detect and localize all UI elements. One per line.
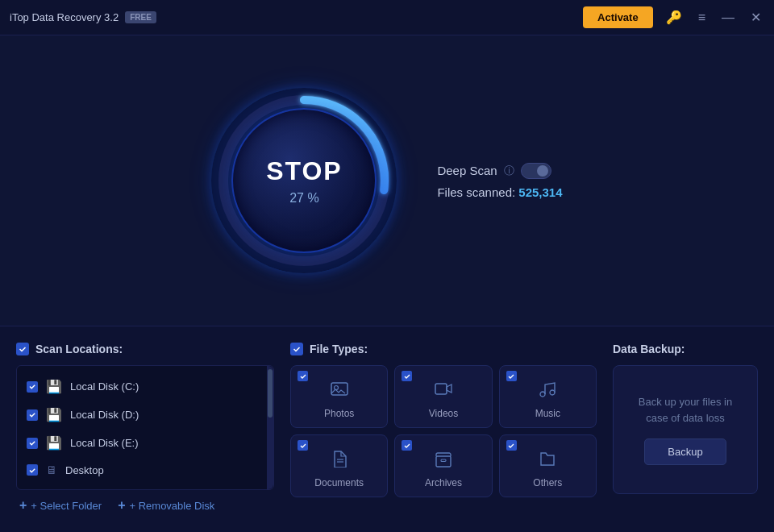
- bottom-panel: Scan Locations: 💾 Local Disk (C:): [0, 326, 774, 532]
- scan-locations-panel: Scan Locations: 💾 Local Disk (C:): [16, 343, 274, 532]
- monitor-icon: 🖥: [46, 463, 57, 476]
- svg-point-6: [540, 392, 545, 397]
- location-item-desktop[interactable]: 🖥 Desktop: [17, 457, 273, 483]
- file-types-panel: File Types: Photos: [290, 343, 597, 532]
- removable-disk-label: + Removable Disk: [129, 500, 214, 512]
- file-type-documents[interactable]: Documents: [290, 434, 388, 497]
- videos-icon: [434, 380, 453, 403]
- scroll-thumb: [268, 369, 273, 418]
- file-type-photos[interactable]: Photos: [290, 365, 388, 428]
- data-backup-title: Data Backup:: [613, 343, 685, 355]
- disk-icon-e: 💾: [46, 435, 62, 451]
- file-type-music[interactable]: Music: [499, 365, 597, 428]
- location-label-d: Local Disk (D:): [70, 409, 139, 421]
- others-label: Others: [533, 477, 562, 488]
- files-scanned-row: Files scanned: 525,314: [437, 185, 562, 199]
- backup-description: Back up your files in case of data loss: [626, 394, 744, 426]
- titlebar-right: Activate 🔑 ≡ — ✕: [583, 6, 764, 28]
- locations-list: 💾 Local Disk (C:) 💾 Local Disk (D:) 💾 L: [16, 365, 274, 490]
- files-count: 525,314: [518, 185, 562, 199]
- documents-icon: [330, 450, 349, 472]
- activate-button[interactable]: Activate: [583, 6, 653, 28]
- archives-checkbox[interactable]: [402, 440, 412, 451]
- file-type-others[interactable]: Others: [499, 434, 597, 497]
- videos-label: Videos: [429, 408, 458, 419]
- circle-inner: STOP 27 %: [231, 108, 377, 253]
- select-folder-plus-icon: +: [19, 498, 27, 513]
- music-checkbox[interactable]: [506, 371, 517, 381]
- svg-rect-11: [441, 459, 446, 462]
- minimize-icon[interactable]: —: [718, 7, 738, 28]
- location-item-d[interactable]: 💾 Local Disk (D:): [17, 401, 273, 429]
- titlebar-left: iTop Data Recovery 3.2 FREE: [10, 11, 156, 23]
- info-icon[interactable]: ⓘ: [504, 164, 514, 178]
- file-type-videos[interactable]: Videos: [394, 365, 492, 428]
- location-d-checkbox[interactable]: [27, 409, 38, 421]
- svg-point-4: [334, 386, 338, 390]
- select-folder-label: + Select Folder: [31, 500, 102, 512]
- photos-checkbox[interactable]: [298, 371, 308, 381]
- file-types-title: File Types:: [310, 343, 368, 355]
- scan-info: Deep Scan ⓘ Files scanned: 525,314: [437, 163, 562, 199]
- location-label-c: Local Disk (C:): [70, 380, 139, 393]
- disk-icon-c: 💾: [46, 379, 62, 394]
- svg-point-7: [550, 390, 555, 395]
- others-icon: [538, 450, 557, 472]
- backup-card: Back up your files in case of data loss …: [613, 365, 758, 494]
- others-checkbox[interactable]: [506, 440, 517, 451]
- files-scanned-label: Files scanned:: [437, 185, 515, 199]
- data-backup-panel: Data Backup: Back up your files in case …: [613, 343, 758, 532]
- disk-icon-d: 💾: [46, 407, 62, 422]
- key-icon[interactable]: 🔑: [663, 6, 685, 28]
- removable-disk-link[interactable]: + + Removable Disk: [118, 498, 214, 513]
- bottom-actions: + + Select Folder + + Removable Disk: [16, 490, 274, 513]
- main-content: STOP 27 % Deep Scan ⓘ Files scanned: 525…: [0, 35, 774, 532]
- documents-label: Documents: [314, 477, 364, 488]
- menu-icon[interactable]: ≡: [695, 7, 709, 28]
- scan-locations-checkbox[interactable]: [16, 343, 29, 355]
- deep-scan-toggle[interactable]: [521, 163, 551, 179]
- free-badge: FREE: [125, 11, 156, 23]
- backup-button[interactable]: Backup: [644, 438, 726, 465]
- file-types-grid: Photos Videos: [290, 365, 597, 497]
- archives-icon: [434, 450, 453, 472]
- close-icon[interactable]: ✕: [747, 6, 764, 28]
- file-types-checkbox[interactable]: [290, 343, 303, 355]
- archives-label: Archives: [425, 477, 462, 488]
- deep-scan-label: Deep Scan: [437, 164, 497, 177]
- progress-circle: STOP 27 %: [211, 88, 397, 273]
- location-desktop-checkbox[interactable]: [27, 464, 38, 476]
- file-type-archives[interactable]: Archives: [394, 434, 492, 497]
- location-label-desktop: Desktop: [65, 464, 104, 476]
- app-title: iTop Data Recovery 3.2: [10, 11, 119, 23]
- titlebar: iTop Data Recovery 3.2 FREE Activate 🔑 ≡…: [0, 0, 774, 35]
- svg-rect-5: [435, 384, 447, 394]
- progress-percent: 27 %: [289, 191, 318, 206]
- photos-icon: [330, 380, 349, 403]
- scan-locations-title: Scan Locations:: [35, 343, 123, 355]
- stop-button-label[interactable]: STOP: [266, 156, 343, 186]
- select-folder-link[interactable]: + + Select Folder: [19, 498, 102, 513]
- location-c-checkbox[interactable]: [27, 381, 38, 393]
- location-item-c[interactable]: 💾 Local Disk (C:): [17, 372, 273, 401]
- file-types-header: File Types:: [290, 343, 597, 355]
- music-label: Music: [535, 408, 560, 419]
- location-label-e: Local Disk (E:): [70, 437, 139, 449]
- data-backup-header: Data Backup:: [613, 343, 758, 355]
- music-icon: [538, 380, 557, 403]
- toggle-knob: [537, 165, 548, 177]
- photos-label: Photos: [324, 408, 354, 419]
- documents-checkbox[interactable]: [298, 440, 308, 451]
- removable-disk-plus-icon: +: [118, 498, 125, 513]
- scan-area: STOP 27 % Deep Scan ⓘ Files scanned: 525…: [0, 35, 774, 326]
- scroll-bar[interactable]: [267, 366, 273, 489]
- videos-checkbox[interactable]: [402, 371, 412, 381]
- location-item-e[interactable]: 💾 Local Disk (E:): [17, 429, 273, 457]
- location-e-checkbox[interactable]: [27, 438, 38, 449]
- scan-locations-header: Scan Locations:: [16, 343, 274, 355]
- deep-scan-row: Deep Scan ⓘ: [437, 163, 562, 179]
